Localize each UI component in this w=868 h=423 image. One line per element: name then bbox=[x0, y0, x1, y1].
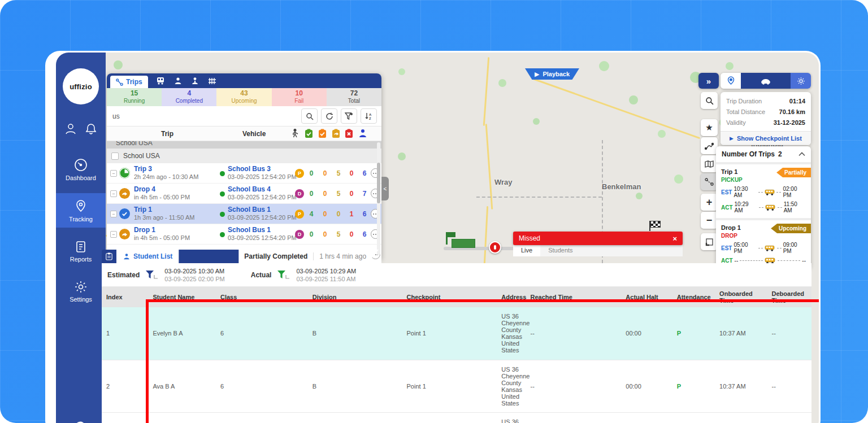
trip-status-chips: Partially Completed 1 hrs 4 min ago bbox=[238, 250, 379, 263]
trips-panel: Trips 15Run bbox=[107, 73, 381, 259]
missed-alert: Missed × bbox=[513, 232, 683, 245]
stat-running[interactable]: 15Running bbox=[107, 88, 162, 106]
chevron-up-icon[interactable] bbox=[798, 150, 805, 158]
notifications-bell-icon[interactable] bbox=[85, 123, 97, 137]
col-address: Address bbox=[497, 287, 526, 307]
map-building bbox=[452, 239, 475, 248]
desktop-background: Imperial Wray Benkelman Indianola uffizi… bbox=[0, 0, 868, 423]
panel-corner-decoration bbox=[819, 300, 821, 316]
trip-row[interactable]: − Trip 3 2h 24m ago - 10:30 AM School Bu… bbox=[107, 163, 381, 184]
show-checkpoint-list-link[interactable]: ▶ Show Checkpoint List bbox=[721, 131, 811, 145]
deboard-check-icon bbox=[318, 129, 327, 140]
student-table-header: Index Student Name Class Division Checkp… bbox=[102, 287, 811, 307]
tab-student-list[interactable]: Student List bbox=[116, 250, 179, 263]
checkpoints-button[interactable] bbox=[701, 173, 718, 190]
refresh-icon[interactable] bbox=[321, 108, 337, 124]
collapse-toggle[interactable]: − bbox=[110, 211, 117, 217]
trip-status-summary: 15Running 4Completed 43Upcoming 10Fail 7… bbox=[107, 88, 381, 106]
app-logo: uffizio bbox=[63, 68, 99, 104]
filter-icon[interactable] bbox=[341, 108, 357, 124]
settings-gear-button[interactable] bbox=[791, 73, 811, 89]
trip-card[interactable]: Trip 1 Partially PICKUP EST 10:30 AM 02:… bbox=[716, 164, 811, 220]
route-trace-button[interactable] bbox=[701, 137, 718, 154]
school-bus-icon bbox=[765, 204, 776, 211]
trip-search-input[interactable] bbox=[111, 109, 298, 124]
trip-group-row[interactable]: School USA bbox=[107, 149, 381, 163]
map-layers-button[interactable] bbox=[701, 155, 718, 172]
tab-students[interactable]: Students bbox=[540, 245, 580, 256]
app-window: Imperial Wray Benkelman Indianola uffizi… bbox=[45, 51, 821, 423]
sidebar-item-dashboard[interactable]: Dashboard bbox=[56, 152, 106, 186]
checkpoint-list-button[interactable] bbox=[102, 250, 116, 263]
panel-collapse-handle[interactable]: < bbox=[381, 177, 389, 200]
svg-text:Z: Z bbox=[369, 117, 371, 120]
column-vehicle[interactable]: Vehicle bbox=[242, 130, 266, 138]
zoom-out-button[interactable]: − bbox=[701, 212, 718, 229]
start-flag-marker[interactable] bbox=[446, 232, 448, 245]
tab-students-icon[interactable] bbox=[191, 77, 199, 85]
trip-card[interactable]: Drop 1 Upcoming DROP EST 05:00 PM 09:00 … bbox=[716, 220, 811, 269]
trips-scrollbar[interactable] bbox=[377, 142, 380, 255]
vehicle-online-dot bbox=[220, 191, 225, 197]
screenshot-frame-button[interactable] bbox=[701, 233, 718, 250]
column-trip[interactable]: Trip bbox=[161, 130, 173, 138]
playback-button[interactable]: ▶Playback bbox=[525, 68, 579, 80]
sidebar: uffizio Dashboard Trackin bbox=[56, 53, 106, 423]
sidebar-item-reports[interactable]: Reports bbox=[56, 234, 106, 268]
close-icon[interactable]: × bbox=[672, 234, 677, 243]
stat-fail[interactable]: 10Fail bbox=[272, 88, 327, 106]
stat-upcoming[interactable]: 43Upcoming bbox=[216, 88, 271, 106]
collapse-toggle[interactable]: − bbox=[110, 231, 117, 238]
tab-live[interactable]: Live bbox=[513, 245, 540, 256]
sidebar-item-settings[interactable]: Settings bbox=[56, 274, 106, 308]
trip-upcoming-status-icon bbox=[119, 188, 130, 199]
tab-grid-icon[interactable] bbox=[208, 77, 216, 85]
route-icon bbox=[116, 79, 123, 86]
student-row[interactable]: US 36 Cheyenne County Kansas United Stat… bbox=[102, 412, 811, 423]
actual-funnel-icon bbox=[277, 270, 290, 280]
poi-star-button[interactable]: ★ bbox=[701, 119, 718, 136]
finish-flag-marker[interactable] bbox=[649, 221, 650, 231]
col-attendance: Attendance bbox=[672, 287, 715, 307]
tab-trips[interactable]: Trips bbox=[110, 76, 148, 88]
trip-row[interactable]: − Drop 1 in 4h 5m - 05:00 PM School Bus … bbox=[107, 224, 381, 245]
student-panel-tabstrip: Student List Partially Completed 1 hrs 4… bbox=[102, 250, 379, 263]
student-row[interactable]: 2 Ava B A 6 B Point 1 US 36 Cheyenne Cou… bbox=[102, 360, 811, 412]
student-row[interactable]: 1 Evelyn B A 6 B Point 1 US 36 Cheyenne … bbox=[102, 307, 811, 360]
school-bus-icon bbox=[765, 245, 775, 252]
sidebar-item-tracking[interactable]: Tracking bbox=[56, 193, 106, 228]
col-actual-halt: Actual Halt bbox=[621, 287, 672, 307]
expand-panel-button[interactable]: » bbox=[698, 73, 719, 89]
stat-total[interactable]: 72Total bbox=[327, 88, 381, 106]
search-icon[interactable] bbox=[301, 108, 318, 124]
map-search-button[interactable] bbox=[701, 92, 718, 109]
collapse-toggle[interactable]: − bbox=[110, 190, 117, 197]
zoom-in-button[interactable]: + bbox=[701, 194, 718, 211]
trip-selected-check-icon bbox=[119, 208, 130, 219]
group-checkbox[interactable] bbox=[111, 152, 119, 160]
locate-pin-button[interactable] bbox=[721, 73, 741, 89]
user-icon[interactable] bbox=[64, 123, 77, 137]
status-ribbon: Partially bbox=[776, 168, 811, 177]
cloud-upload-icon[interactable] bbox=[71, 421, 90, 423]
col-reached-time: Reached Time bbox=[526, 287, 622, 307]
col-checkpoint: Checkpoint bbox=[402, 287, 497, 307]
col-student-name: Student Name bbox=[148, 287, 216, 307]
sort-az-icon[interactable]: AZ bbox=[361, 108, 377, 124]
status-ribbon: Upcoming bbox=[771, 224, 811, 233]
col-index: Index bbox=[102, 287, 148, 307]
stat-completed[interactable]: 4Completed bbox=[162, 88, 216, 106]
trip-row-selected[interactable]: − Trip 1 1h 3m ago - 11:50 AM School Bus… bbox=[107, 204, 381, 224]
vehicle-position-marker[interactable] bbox=[489, 241, 501, 254]
student-table: Index Student Name Class Division Checkp… bbox=[102, 287, 811, 423]
tab-drivers-icon[interactable] bbox=[174, 77, 182, 85]
status-badge: Partially Completed bbox=[244, 252, 314, 260]
tab-vehicles-bus-icon[interactable] bbox=[156, 77, 165, 85]
trip-running-status-icon bbox=[119, 168, 130, 178]
upcoming-arrow-icon bbox=[332, 129, 340, 140]
collapse-toggle[interactable]: − bbox=[110, 170, 117, 177]
vehicle-mode-button[interactable] bbox=[741, 73, 791, 89]
trip-row[interactable]: − Drop 4 in 4h 5m - 05:00 PM School Bus … bbox=[107, 184, 381, 204]
play-icon: ▶ bbox=[730, 136, 734, 141]
trip-group-row-partial[interactable]: School USA bbox=[107, 141, 381, 149]
